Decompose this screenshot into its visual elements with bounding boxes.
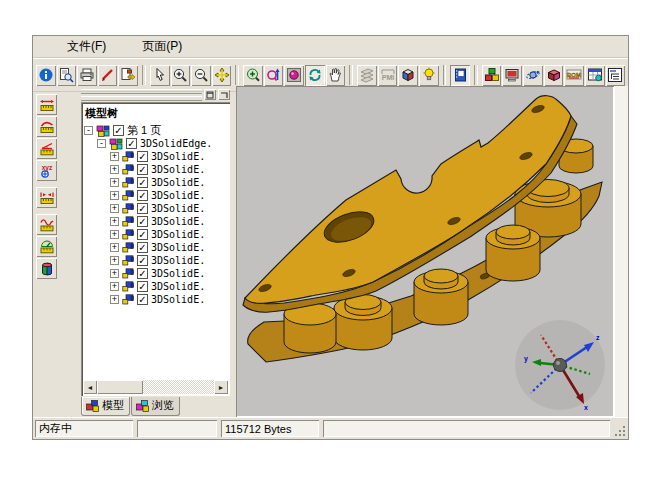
tree-item-label: 3DSolidE. xyxy=(151,294,205,305)
visibility-checkbox[interactable]: ✓ xyxy=(137,190,148,201)
tree-item-part[interactable]: + ✓ 3DSolidE. xyxy=(110,150,230,163)
visibility-checkbox[interactable]: ✓ xyxy=(137,164,148,175)
measure-distance-button[interactable] xyxy=(36,94,57,115)
menu-page[interactable]: 页面(P) xyxy=(138,37,186,56)
tree-view-button[interactable] xyxy=(606,65,626,86)
tree-item-part[interactable]: + ✓ 3DSolidE. xyxy=(110,254,230,267)
viewport-3d[interactable]: z x y xyxy=(236,86,614,417)
expand-icon[interactable]: + xyxy=(110,243,119,252)
print-icon xyxy=(79,67,95,83)
visibility-checkbox[interactable]: ✓ xyxy=(137,151,148,162)
panel-restore-button[interactable] xyxy=(204,89,216,100)
redline-button[interactable] xyxy=(98,65,118,86)
gripper-lines xyxy=(81,89,202,101)
tree-item-part[interactable]: + ✓ 3DSolidE. xyxy=(110,202,230,215)
light-button[interactable] xyxy=(419,65,439,86)
menu-file[interactable]: 文件(F) xyxy=(63,37,110,56)
hand-button[interactable] xyxy=(326,65,346,86)
expand-icon[interactable]: + xyxy=(110,165,119,174)
visibility-checkbox[interactable]: ✓ xyxy=(113,125,124,136)
tree-item-part[interactable]: + ✓ 3DSolidE. xyxy=(110,267,230,280)
visibility-checkbox[interactable]: ✓ xyxy=(137,242,148,253)
zoom-in-button[interactable] xyxy=(171,65,191,86)
scroll-left-button[interactable]: ◄ xyxy=(83,380,97,394)
expand-icon[interactable]: + xyxy=(110,269,119,278)
model-tree-panel: 模型树 - ✓ 第 1 页 - ✓ 3DSolidEdge. + xyxy=(79,86,232,417)
expand-icon[interactable]: + xyxy=(110,191,119,200)
tree-item-part[interactable]: + ✓ 3DSolidE. xyxy=(110,189,230,202)
visibility-checkbox[interactable]: ✓ xyxy=(137,203,148,214)
tree-item-part[interactable]: + ✓ 3DSolidE. xyxy=(110,293,230,306)
info-button[interactable] xyxy=(36,65,56,86)
scroll-thumb[interactable] xyxy=(97,380,143,394)
assembly-button[interactable] xyxy=(482,65,502,86)
screen-button[interactable] xyxy=(502,65,522,86)
measure-gap-button[interactable] xyxy=(36,187,57,208)
zoom-window-button[interactable] xyxy=(243,65,263,86)
bom-button[interactable]: BOM xyxy=(564,65,584,86)
measure-volume-button[interactable] xyxy=(36,258,57,279)
measure-wave-button[interactable] xyxy=(36,214,57,235)
layers-button[interactable] xyxy=(357,65,377,86)
tree-item-label: 3DSolidE. xyxy=(151,190,205,201)
tree-item-part[interactable]: + ✓ 3DSolidE. xyxy=(110,163,230,176)
tree-item-label: 3DSolidE. xyxy=(151,268,205,279)
visibility-checkbox[interactable]: ✓ xyxy=(137,268,148,279)
tab-model[interactable]: 模型 xyxy=(81,397,130,416)
expand-icon[interactable]: + xyxy=(110,295,119,304)
measure-coordinate-button[interactable]: xyz xyxy=(36,160,57,181)
print-preview-button[interactable] xyxy=(57,65,77,86)
expand-icon[interactable]: + xyxy=(110,152,119,161)
tree-item-part[interactable]: + ✓ 3DSolidE. xyxy=(110,228,230,241)
tab-browse[interactable]: 浏览 xyxy=(131,397,180,416)
visibility-checkbox[interactable]: ✓ xyxy=(137,294,148,305)
tree-item-part[interactable]: + ✓ 3DSolidE. xyxy=(110,176,230,189)
restore-icon xyxy=(206,91,214,99)
view-cube-button[interactable] xyxy=(398,65,418,86)
visibility-checkbox[interactable]: ✓ xyxy=(137,229,148,240)
measure-curve-length-button[interactable] xyxy=(36,116,57,137)
expand-icon[interactable]: + xyxy=(110,178,119,187)
pan-button[interactable] xyxy=(212,65,232,86)
tree-item-part[interactable]: + ✓ 3DSolidE. xyxy=(110,280,230,293)
zoom-out-button[interactable] xyxy=(191,65,211,86)
expand-icon[interactable]: + xyxy=(110,282,119,291)
visibility-checkbox[interactable]: ✓ xyxy=(137,216,148,227)
report-button[interactable] xyxy=(585,65,605,86)
render-mode-button[interactable] xyxy=(284,65,304,86)
pmi-button[interactable]: PMI xyxy=(378,65,398,86)
visibility-checkbox[interactable]: ✓ xyxy=(137,177,148,188)
info-icon xyxy=(38,67,54,83)
notes-button[interactable] xyxy=(450,65,470,86)
visibility-checkbox[interactable]: ✓ xyxy=(137,255,148,266)
dynamic-zoom-button[interactable] xyxy=(264,65,284,86)
expand-icon[interactable]: + xyxy=(110,230,119,239)
pmi-icon: PMI xyxy=(380,67,396,83)
visibility-checkbox[interactable]: ✓ xyxy=(137,281,148,292)
collapse-icon[interactable]: - xyxy=(84,126,93,135)
solid-button[interactable] xyxy=(544,65,564,86)
collapse-icon[interactable]: - xyxy=(97,139,106,148)
panel-close-button[interactable] xyxy=(218,89,230,100)
tree-item-assembly[interactable]: - ✓ 3DSolidEdge. xyxy=(97,137,230,150)
panel-gripper[interactable] xyxy=(81,88,230,101)
work-area: xyz 模型树 - ✓ 第 1 页 xyxy=(33,86,628,417)
orbit-button[interactable] xyxy=(523,65,543,86)
measure-area-button[interactable] xyxy=(36,236,57,257)
expand-icon[interactable]: + xyxy=(110,256,119,265)
select-button[interactable] xyxy=(150,65,170,86)
expand-icon[interactable]: + xyxy=(110,217,119,226)
scroll-track[interactable] xyxy=(97,380,214,394)
scroll-right-button[interactable]: ► xyxy=(214,380,228,394)
rotate-button[interactable] xyxy=(305,65,325,86)
tree-item-part[interactable]: + ✓ 3DSolidE. xyxy=(110,241,230,254)
visibility-checkbox[interactable]: ✓ xyxy=(126,138,137,149)
measure-angle-button[interactable] xyxy=(36,138,57,159)
orientation-compass[interactable]: z x y xyxy=(514,319,606,411)
resize-grip[interactable] xyxy=(614,425,626,437)
tree-item-part[interactable]: + ✓ 3DSolidE. xyxy=(110,215,230,228)
expand-icon[interactable]: + xyxy=(110,204,119,213)
export-button[interactable] xyxy=(118,65,138,86)
tree-item-page[interactable]: - ✓ 第 1 页 xyxy=(84,124,230,137)
print-button[interactable] xyxy=(77,65,97,86)
